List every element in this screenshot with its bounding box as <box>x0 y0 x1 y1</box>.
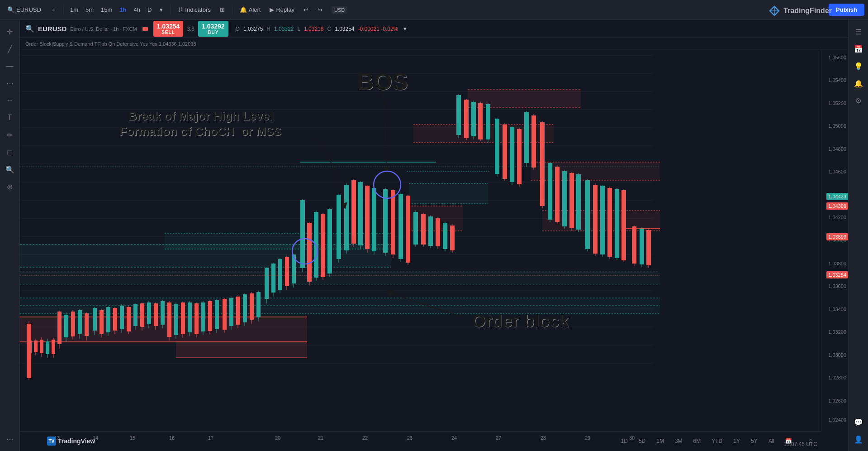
svg-rect-74 <box>71 312 75 336</box>
svg-rect-104 <box>167 302 171 337</box>
svg-rect-198 <box>510 127 514 182</box>
ohlc-low: 1.03218 <box>304 26 323 32</box>
separator-1 <box>63 5 64 15</box>
tf-6m-button[interactable]: 6M <box>691 437 704 446</box>
svg-rect-144 <box>307 223 312 282</box>
svg-rect-208 <box>548 163 552 220</box>
svg-rect-128 <box>250 293 254 320</box>
tf-all-button[interactable]: All <box>766 437 777 446</box>
svg-rect-102 <box>161 301 165 325</box>
redo-button[interactable]: ↪ <box>314 5 326 15</box>
symbol-search-button[interactable]: 🔍 EURUSD <box>4 5 45 15</box>
buy-button[interactable]: 1.03292 BUY <box>198 21 228 37</box>
tf-d[interactable]: D <box>145 5 154 14</box>
tf-1m-button[interactable]: 1M <box>654 437 667 446</box>
price-highlight-03899: 1.03899 <box>826 233 848 240</box>
svg-rect-39 <box>20 272 660 284</box>
price-1054: 1.05400 <box>828 77 846 83</box>
alert-icon: 🔔 <box>240 6 247 13</box>
undo-icon: ↩ <box>304 6 308 13</box>
tf-4h[interactable]: 4h <box>131 5 143 14</box>
time-15: 15 <box>130 435 135 441</box>
undo-button[interactable]: ↩ <box>300 5 312 15</box>
svg-rect-230 <box>632 226 636 264</box>
symbol-bar: 🔍 EURUSD Euro / U.S. Dollar · 1h · FXCM … <box>20 20 848 38</box>
settings-sidebar-button[interactable]: ⚙ <box>850 92 867 109</box>
zoom-tool[interactable]: 🔍 <box>2 161 18 178</box>
brush-tool[interactable]: ✏ <box>2 127 18 143</box>
buy-label: BUY <box>202 30 225 35</box>
indicators-button[interactable]: ⌇⌇ Indicators <box>174 5 214 15</box>
symbol-name: EURUSD <box>38 25 66 33</box>
svg-rect-224 <box>607 188 612 257</box>
time-24: 24 <box>451 435 457 441</box>
left-toolbar: ✛ ╱ — ⋯ ↔ T ✏ ◻ 🔍 ⊕ ⋯ <box>0 20 20 451</box>
line-tool[interactable]: ╱ <box>2 41 18 57</box>
chart-canvas[interactable]: BOS Break of Major High Level Formation … <box>20 50 821 431</box>
symbol-display: EURUSD <box>16 6 41 13</box>
top-toolbar: 🔍 EURUSD ＋ 1m 5m 15m 1h 4h D ▾ ⌇⌇ Indica… <box>0 0 868 20</box>
sell-label: SELL <box>157 30 180 35</box>
svg-rect-170 <box>406 196 410 263</box>
price-highlight-04309: 1.04309 <box>826 202 848 210</box>
tf-5y-button[interactable]: 5Y <box>748 437 760 446</box>
hide-symbol-bar[interactable]: ▾ <box>402 24 408 33</box>
time-29: 29 <box>585 435 590 441</box>
tf-1h[interactable]: 1h <box>117 5 129 14</box>
tf-more-button[interactable]: ▾ <box>156 5 166 15</box>
tf-3m-button[interactable]: 3M <box>672 437 685 446</box>
tf-1d-button[interactable]: 1D <box>618 437 631 446</box>
svg-rect-64 <box>40 340 43 353</box>
publish-button[interactable]: Publish <box>829 4 864 16</box>
tf-ytd-button[interactable]: YTD <box>709 437 725 446</box>
ohlc-low-label: L <box>297 26 300 32</box>
chat-button[interactable]: 💬 <box>850 414 867 430</box>
svg-rect-72 <box>64 315 68 337</box>
svg-rect-76 <box>78 310 82 334</box>
indicators-icon: ⌇⌇ <box>178 6 183 13</box>
text-tool[interactable]: T <box>2 110 18 126</box>
svg-rect-180 <box>443 223 447 249</box>
tf-15m[interactable]: 15m <box>98 5 115 14</box>
shape-tool[interactable]: ◻ <box>2 144 18 160</box>
indicators-label: Indicators <box>185 6 210 13</box>
calendar-button[interactable]: 📅 <box>850 41 867 57</box>
tv-logo-icon: TV <box>47 437 56 446</box>
svg-rect-120 <box>223 299 227 330</box>
replay-button[interactable]: ▶ Replay <box>266 5 298 15</box>
user-button[interactable]: 👤 <box>850 431 867 447</box>
hline-tool[interactable]: — <box>2 58 18 74</box>
svg-rect-176 <box>428 216 433 246</box>
svg-rect-204 <box>531 115 536 168</box>
symbol-detail: Euro / U.S. Dollar · 1h · FXCM <box>70 26 137 32</box>
add-symbol-button[interactable]: ＋ <box>47 4 60 16</box>
measure-tool[interactable]: ↔ <box>2 92 18 109</box>
svg-rect-168 <box>398 194 403 259</box>
ideas-button[interactable]: 💡 <box>850 58 867 74</box>
price-1056: 1.05600 <box>828 55 846 60</box>
templates-button[interactable]: ⊞ <box>216 5 228 15</box>
magnet-tool[interactable]: ⊕ <box>2 178 18 195</box>
buy-price: 1.03292 <box>202 23 225 30</box>
cursor-tool[interactable]: ✛ <box>2 24 18 40</box>
svg-rect-234 <box>646 230 651 265</box>
alerts-sidebar-button[interactable]: 🔔 <box>850 75 867 91</box>
tf-5m[interactable]: 5m <box>83 5 96 14</box>
alert-button[interactable]: 🔔 Alert <box>236 5 265 15</box>
tradingfinder-logo: TradingFinder <box>768 5 832 17</box>
svg-rect-124 <box>236 297 240 325</box>
templates-icon: ⊞ <box>220 6 225 13</box>
svg-text:TV: TV <box>49 439 55 444</box>
more-tools[interactable]: ⋯ <box>2 431 18 447</box>
svg-rect-232 <box>640 228 644 264</box>
fib-tool[interactable]: ⋯ <box>2 75 18 91</box>
price-change: -0.00021 -0.02% <box>358 26 398 32</box>
watchlist-button[interactable]: ☰ <box>850 24 867 40</box>
svg-rect-188 <box>471 102 476 136</box>
svg-rect-210 <box>555 167 560 222</box>
tf-5d-button[interactable]: 5D <box>636 437 648 446</box>
tf-1y-button[interactable]: 1Y <box>730 437 743 446</box>
tf-1m[interactable]: 1m <box>67 5 81 14</box>
sell-button[interactable]: 1.03254 SELL <box>153 21 184 37</box>
indicator-text: Order Block|Supply & Demand TFlab On Def… <box>25 41 196 47</box>
